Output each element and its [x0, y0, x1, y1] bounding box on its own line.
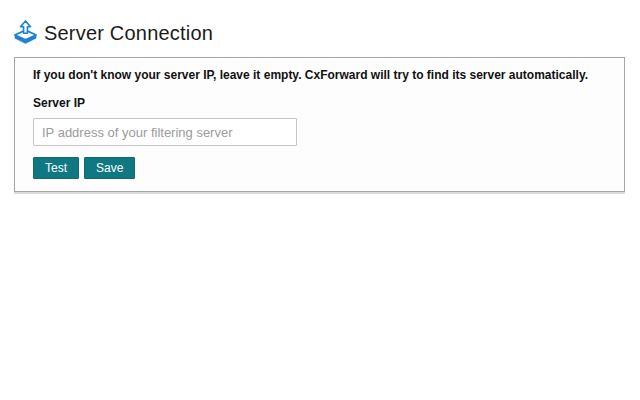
button-row: Test Save — [33, 157, 606, 179]
test-button[interactable]: Test — [33, 157, 79, 179]
page-title: Server Connection — [44, 22, 213, 45]
info-text: If you don't know your server IP, leave … — [33, 68, 606, 82]
page-header: Server Connection — [13, 20, 213, 46]
server-connection-panel: If you don't know your server IP, leave … — [14, 57, 625, 192]
server-ip-input[interactable] — [33, 118, 297, 146]
server-connection-page: Server Connection If you don't know your… — [0, 0, 640, 400]
server-ip-label: Server IP — [33, 96, 606, 110]
save-button[interactable]: Save — [84, 157, 135, 179]
upload-box-icon — [13, 20, 38, 46]
